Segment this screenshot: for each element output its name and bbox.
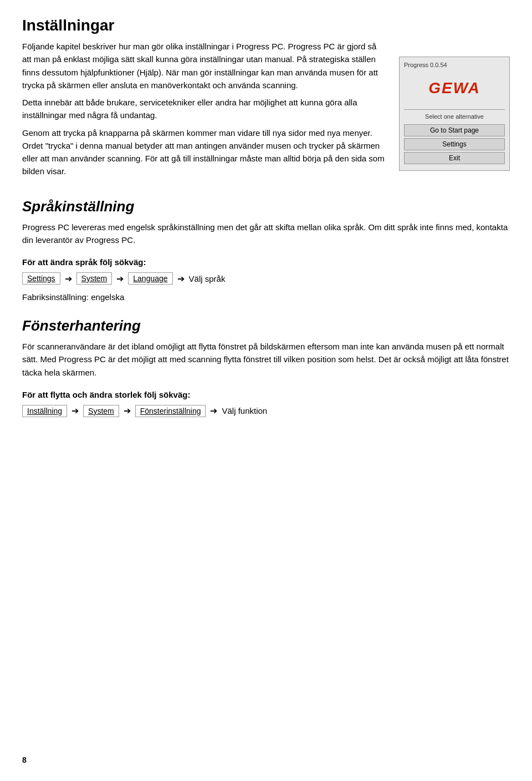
page-number: 8 xyxy=(22,755,27,764)
fonster-nav-row: Inställning ➔ System ➔ Fönsterinställnin… xyxy=(22,405,510,417)
sprak-nav-system: System xyxy=(76,272,112,285)
fonster-body: För scanneranvändare är det ibland omöjl… xyxy=(22,340,510,379)
gewa-logo-area: GEWA xyxy=(404,73,505,104)
fonster-nav-system: System xyxy=(83,405,119,417)
page-title: Inställningar xyxy=(22,17,510,34)
sprak-nav-settings: Settings xyxy=(22,272,60,285)
go-to-start-page-button[interactable]: Go to Start page xyxy=(404,124,505,136)
sprak-instruction: För att ändra språk följ sökväg: xyxy=(22,257,510,267)
intro-text-block: Följande kapitel beskriver hur man gör o… xyxy=(22,40,386,182)
progress-ui-box: Progress 0.0.54 GEWA Select one alternat… xyxy=(399,57,510,171)
sprak-arrow-2: ➔ xyxy=(116,273,124,284)
fonster-arrow-2: ➔ xyxy=(124,405,131,416)
fonster-nav-installning: Inställning xyxy=(22,405,67,417)
settings-button[interactable]: Settings xyxy=(404,138,505,150)
gewa-logo-text: GEWA xyxy=(428,79,480,97)
fonster-arrow-1: ➔ xyxy=(71,405,79,416)
fonster-arrow-3: ➔ xyxy=(210,405,217,416)
sprak-section-title: Språkinställning xyxy=(22,198,510,215)
intro-section: Följande kapitel beskriver hur man gör o… xyxy=(22,40,510,182)
factory-default-line: Fabriksinställning: engelska xyxy=(22,292,510,302)
fonster-paragraph-1: För scanneranvändare är det ibland omöjl… xyxy=(22,340,510,379)
sprak-nav-language: Language xyxy=(128,272,172,285)
fonster-instruction: För att flytta och ändra storlek följ sö… xyxy=(22,390,510,399)
sprak-nav-suffix: Välj språk xyxy=(189,274,226,283)
fonster-nav-suffix: Välj funktion xyxy=(222,406,267,415)
sprak-body: Progress PC levereras med engelsk språki… xyxy=(22,221,510,247)
sprak-arrow-3: ➔ xyxy=(177,273,185,284)
intro-paragraph-2: Detta innebär att både brukare, servicet… xyxy=(22,96,386,122)
fonster-section-title: Fönsterhantering xyxy=(22,317,510,334)
select-one-label: Select one alternative xyxy=(404,109,505,120)
progress-box-title: Progress 0.0.54 xyxy=(404,62,505,68)
fonster-nav-fonsterinstallning: Fönsterinställning xyxy=(135,405,206,417)
sprak-nav-row: Settings ➔ System ➔ Language ➔ Välj språ… xyxy=(22,272,510,285)
intro-paragraph-1: Följande kapitel beskriver hur man gör o… xyxy=(22,40,386,92)
exit-button[interactable]: Exit xyxy=(404,152,505,164)
sprak-paragraph-1: Progress PC levereras med engelsk språki… xyxy=(22,221,510,247)
sprak-arrow-1: ➔ xyxy=(65,273,72,284)
intro-paragraph-3: Genom att trycka på knapparna på skärmen… xyxy=(22,126,386,178)
